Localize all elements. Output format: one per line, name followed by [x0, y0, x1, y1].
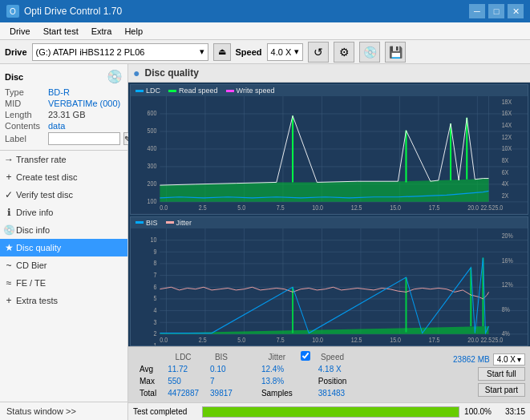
- samples-val: 381483: [314, 388, 352, 398]
- stats-bar: LDC BIS Jitter Speed Avg 11.72 0.10 12.4…: [128, 346, 530, 402]
- start-part-button[interactable]: Start part: [478, 383, 525, 397]
- disc-quality-header-icon: ●: [133, 67, 140, 79]
- sidebar-nav: → Transfer rate + Create test disc ✓ Ver…: [0, 151, 127, 309]
- svg-text:15.0: 15.0: [390, 204, 401, 212]
- minimize-button[interactable]: ─: [469, 4, 485, 18]
- disc-type-row: Type BD-R: [5, 87, 123, 97]
- jitter-checkbox[interactable]: [301, 351, 310, 361]
- disc-length-label: Length: [5, 110, 45, 119]
- read-speed-legend: Read speed: [168, 87, 218, 95]
- content-header: ● Disc quality: [128, 64, 530, 83]
- avg-spacer: [239, 364, 255, 374]
- drive-label: Drive: [5, 47, 27, 57]
- menu-start-test[interactable]: Start test: [37, 25, 85, 38]
- svg-text:16%: 16%: [502, 256, 513, 265]
- max-bis: 7: [205, 376, 237, 386]
- write-speed-legend-dot: [226, 90, 234, 92]
- disc-contents-row: Contents data: [5, 121, 123, 131]
- read-speed-legend-dot: [168, 90, 176, 92]
- svg-text:12.5: 12.5: [351, 335, 362, 343]
- drive-select[interactable]: (G:) ATAPI iHBS112 2 PL06 ▾: [32, 43, 208, 61]
- menu-extra[interactable]: Extra: [85, 25, 119, 38]
- avg-label: Avg: [135, 364, 161, 374]
- svg-text:10.0: 10.0: [312, 335, 323, 343]
- menu-drive[interactable]: Drive: [3, 25, 37, 38]
- verify-test-disc-icon: ✓: [3, 189, 14, 200]
- titlebar-left: O Opti Drive Control 1.70: [6, 5, 122, 18]
- sidebar-item-transfer-rate[interactable]: → Transfer rate: [0, 151, 127, 168]
- stats-bis-header: BIS: [205, 351, 237, 362]
- save-button[interactable]: 💾: [385, 42, 406, 63]
- maximize-button[interactable]: □: [488, 4, 504, 18]
- extra-tests-icon: +: [3, 295, 14, 306]
- svg-text:14X: 14X: [502, 121, 512, 129]
- position-val: 23862 MB: [453, 355, 490, 364]
- svg-text:100: 100: [148, 198, 157, 206]
- svg-text:4X: 4X: [502, 180, 509, 188]
- action-buttons: Start full Start part: [478, 367, 525, 397]
- svg-text:12.5: 12.5: [351, 204, 362, 212]
- bis-legend-dot: [136, 221, 144, 224]
- svg-text:200: 200: [148, 180, 157, 188]
- sidebar-item-fe-te[interactable]: ≈ FE / TE: [0, 274, 127, 292]
- speed-dropdown[interactable]: 4.0 X ▾: [493, 353, 525, 365]
- samples-spacer: [299, 388, 312, 398]
- status-window-button[interactable]: Status window >>: [0, 402, 127, 420]
- svg-text:2X: 2X: [502, 192, 509, 200]
- sidebar-item-disc-quality[interactable]: ★ Disc quality: [0, 239, 127, 256]
- refresh-button[interactable]: ↺: [308, 42, 329, 63]
- disc-quality-icon: ★: [3, 242, 14, 253]
- drive-value: (G:) ATAPI iHBS112 2 PL06: [36, 47, 145, 57]
- start-full-button[interactable]: Start full: [478, 367, 525, 381]
- titlebar-controls: ─ □ ✕: [469, 4, 524, 18]
- content-title: Disc quality: [144, 67, 198, 79]
- stats-ldc-header: LDC: [163, 351, 204, 362]
- disc-label-input[interactable]: [48, 132, 120, 145]
- stats-table: LDC BIS Jitter Speed Avg 11.72 0.10 12.4…: [133, 349, 353, 400]
- menu-help[interactable]: Help: [118, 25, 149, 38]
- svg-text:2: 2: [153, 329, 156, 337]
- ldc-legend: LDC: [136, 87, 160, 95]
- sidebar-item-cd-bier[interactable]: ~ CD Bier: [0, 256, 127, 274]
- jitter-legend-label: Jitter: [176, 219, 192, 227]
- progress-text: 100.0%: [464, 407, 492, 416]
- samples-label: Samples: [257, 388, 297, 398]
- drive-info-icon: ℹ: [3, 207, 14, 218]
- total-label: Total: [135, 388, 161, 398]
- svg-text:17.5: 17.5: [429, 204, 440, 212]
- settings-button[interactable]: ⚙: [334, 42, 354, 63]
- close-button[interactable]: ✕: [508, 4, 524, 18]
- sidebar-item-extra-tests[interactable]: + Extra tests: [0, 292, 127, 309]
- svg-text:9: 9: [153, 248, 156, 256]
- svg-text:12%: 12%: [502, 281, 513, 289]
- total-bis: 39817: [205, 388, 237, 398]
- eject-button[interactable]: ⏏: [213, 43, 231, 61]
- disc-button[interactable]: 💿: [359, 42, 380, 63]
- sidebar-item-drive-info[interactable]: ℹ Drive info: [0, 204, 127, 221]
- sidebar: Disc 💿 Type BD-R MID VERBATIMe (000) Len…: [0, 64, 128, 420]
- total-ldc: 4472887: [163, 388, 204, 398]
- svg-text:6X: 6X: [502, 168, 509, 176]
- read-speed-legend-label: Read speed: [179, 87, 218, 95]
- speed-select[interactable]: 4.0 X ▾: [267, 43, 304, 61]
- svg-text:2.5: 2.5: [199, 204, 207, 212]
- sidebar-item-disc-info[interactable]: 💿 Disc info: [0, 221, 127, 239]
- svg-text:8%: 8%: [502, 305, 510, 313]
- disc-section-title: Disc: [5, 72, 23, 82]
- disc-type-label: Type: [5, 87, 45, 97]
- svg-text:10: 10: [150, 236, 156, 244]
- svg-text:25.0: 25.0: [492, 335, 504, 343]
- status-label: Test completed: [133, 407, 197, 416]
- sidebar-item-verify-test-disc[interactable]: ✓ Verify test disc: [0, 186, 127, 204]
- main-area: Disc 💿 Type BD-R MID VERBATIMe (000) Len…: [0, 64, 530, 420]
- svg-text:500: 500: [148, 127, 157, 135]
- stats-jitter-header: Jitter: [257, 351, 297, 362]
- speed-chevron-icon: ▾: [294, 46, 299, 57]
- sidebar-item-create-test-disc[interactable]: + Create test disc: [0, 168, 127, 186]
- progress-bar-outer: [202, 406, 459, 418]
- svg-text:22.5: 22.5: [480, 335, 492, 343]
- menubar: Drive Start test Extra Help: [0, 22, 530, 40]
- write-speed-legend-label: Write speed: [237, 87, 275, 95]
- svg-text:16X: 16X: [502, 110, 512, 118]
- speed-dropdown-value: 4.0 X: [497, 355, 516, 364]
